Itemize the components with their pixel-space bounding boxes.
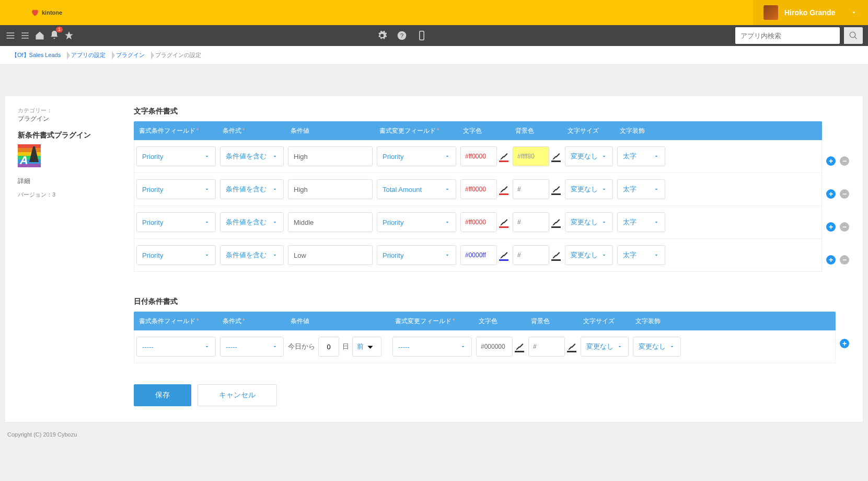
brush-icon[interactable] — [567, 342, 576, 351]
brush-icon[interactable] — [499, 250, 508, 260]
brush-icon[interactable] — [499, 185, 508, 194]
cond-select[interactable]: 条件値を含む — [220, 212, 284, 232]
mobile-icon[interactable] — [416, 30, 427, 41]
text-row: Priority 条件値を含む Priority 変更なし 太字 — [134, 140, 822, 173]
help-icon[interactable]: ? — [397, 30, 407, 41]
date-deco-select[interactable]: 変更なし — [633, 337, 681, 357]
add-row-button[interactable]: + — [826, 156, 836, 166]
color-input[interactable] — [460, 245, 497, 265]
version-label: バージョン：3 — [18, 191, 108, 199]
user-name: Hiroko Grande — [784, 8, 835, 17]
plugin-icon — [18, 144, 41, 167]
crumb-plugin[interactable]: プラグイン — [112, 50, 151, 60]
deco-select[interactable]: 太字 — [617, 179, 665, 199]
remove-row-button[interactable]: − — [840, 189, 849, 199]
logo[interactable]: kintone — [30, 8, 62, 17]
value-input[interactable] — [288, 179, 373, 199]
date-size-select[interactable]: 変更なし — [581, 337, 629, 357]
cancel-button[interactable]: キャンセル — [198, 384, 277, 406]
add-row-button[interactable]: + — [826, 222, 836, 232]
add-row-button[interactable]: + — [840, 339, 849, 348]
top-bar: kintone Hiroko Grande — [0, 0, 868, 25]
date-color-input[interactable] — [476, 337, 513, 357]
add-row-button[interactable]: + — [826, 189, 836, 199]
date-bg-input[interactable] — [528, 337, 565, 357]
search-input[interactable] — [735, 32, 840, 40]
cond-select[interactable]: 条件値を含む — [220, 245, 284, 265]
panel: カテゴリー： プラグイン 新条件書式プラグイン 詳細 バージョン：3 文字条件書… — [5, 96, 863, 422]
nav-bar: 1 ? — [0, 25, 868, 46]
size-select[interactable]: 変更なし — [565, 179, 613, 199]
svg-rect-2 — [419, 31, 423, 40]
value-input[interactable] — [288, 245, 373, 265]
search-button[interactable] — [844, 27, 863, 44]
crumb-current: プラグインの設定 — [151, 50, 205, 60]
value-input[interactable] — [288, 146, 373, 166]
home-icon[interactable] — [34, 30, 45, 41]
remove-row-button[interactable]: − — [840, 222, 849, 232]
detail-label: 詳細 — [18, 177, 108, 186]
deco-select[interactable]: 太字 — [617, 245, 665, 265]
text-row: Priority 条件値を含む Total Amount 変更なし 太字 — [134, 173, 822, 206]
field-select[interactable]: Priority — [136, 179, 216, 199]
color-input[interactable] — [460, 212, 497, 232]
remove-row-button[interactable]: − — [840, 255, 849, 265]
brush-icon[interactable] — [551, 217, 561, 227]
color-input[interactable] — [460, 179, 497, 199]
target-select[interactable]: Priority — [377, 212, 456, 232]
brush-icon[interactable] — [515, 342, 524, 351]
chevron-down-icon — [850, 9, 858, 16]
remove-row-button[interactable]: − — [840, 156, 849, 166]
value-input[interactable] — [288, 212, 373, 232]
crumb-app[interactable]: 【Of】Sales Leads — [7, 50, 67, 60]
bg-input[interactable] — [513, 179, 549, 199]
gear-icon[interactable] — [377, 30, 387, 41]
star-icon[interactable] — [64, 30, 74, 41]
date-field-select[interactable]: ----- — [136, 337, 216, 357]
date-num-input[interactable] — [318, 337, 339, 357]
menu-icon[interactable] — [5, 30, 16, 41]
deco-select[interactable]: 太字 — [617, 212, 665, 232]
size-select[interactable]: 変更なし — [565, 212, 613, 232]
brush-icon[interactable] — [551, 152, 561, 161]
field-select[interactable]: Priority — [136, 146, 216, 166]
sidebar: カテゴリー： プラグイン 新条件書式プラグイン 詳細 バージョン：3 — [5, 96, 120, 422]
user-menu[interactable]: Hiroko Grande — [753, 0, 868, 25]
color-input[interactable] — [460, 146, 497, 166]
bg-input[interactable] — [513, 245, 549, 265]
cond-select[interactable]: 条件値を含む — [220, 146, 284, 166]
breadcrumb: 【Of】Sales Leads アプリの設定 プラグイン プラグインの設定 — [0, 46, 868, 65]
heart-icon — [30, 8, 40, 17]
brush-icon[interactable] — [499, 217, 508, 227]
main: 文字条件書式 書式条件フィールド* 条件式* 条件値 書式変更フィールド* 文字… — [120, 96, 863, 422]
field-select[interactable]: Priority — [136, 245, 216, 265]
date-target-select[interactable]: ----- — [392, 337, 472, 357]
target-select[interactable]: Priority — [377, 245, 456, 265]
add-row-button[interactable]: + — [826, 255, 836, 265]
date-cond-select[interactable]: ----- — [220, 337, 284, 357]
list-icon[interactable] — [20, 30, 30, 41]
target-select[interactable]: Priority — [377, 146, 456, 166]
size-select[interactable]: 変更なし — [565, 146, 613, 166]
date-table-header: 書式条件フィールド* 条件式* 条件値 書式変更フィールド* 文字色 背景色 文… — [134, 312, 836, 330]
date-rel-select[interactable]: 前 — [352, 337, 381, 357]
avatar — [763, 5, 778, 20]
notification-button[interactable]: 1 — [49, 30, 60, 42]
crumb-settings[interactable]: アプリの設定 — [67, 50, 112, 60]
brush-icon[interactable] — [551, 185, 561, 194]
target-select[interactable]: Total Amount — [377, 179, 456, 199]
brush-icon[interactable] — [499, 152, 508, 161]
search-box — [735, 27, 840, 44]
bg-input[interactable] — [513, 212, 549, 232]
logo-text: kintone — [42, 9, 62, 16]
text-condition-section: 文字条件書式 書式条件フィールド* 条件式* 条件値 書式変更フィールド* 文字… — [134, 107, 849, 276]
content: カテゴリー： プラグイン 新条件書式プラグイン 詳細 バージョン：3 文字条件書… — [0, 65, 868, 427]
cond-select[interactable]: 条件値を含む — [220, 179, 284, 199]
field-select[interactable]: Priority — [136, 212, 216, 232]
deco-select[interactable]: 太字 — [617, 146, 665, 166]
brush-icon[interactable] — [551, 250, 561, 260]
size-select[interactable]: 変更なし — [565, 245, 613, 265]
save-button[interactable]: 保存 — [134, 384, 191, 406]
category-value: プラグイン — [18, 114, 108, 123]
bg-input[interactable] — [513, 146, 549, 166]
